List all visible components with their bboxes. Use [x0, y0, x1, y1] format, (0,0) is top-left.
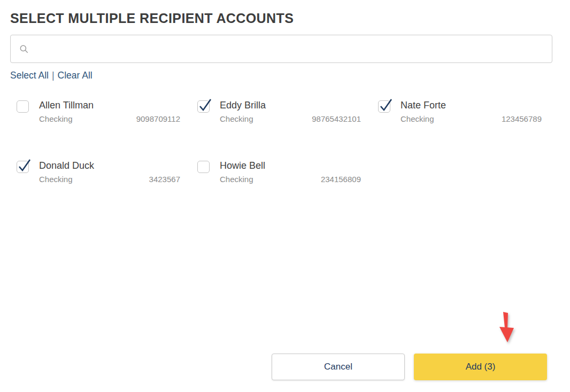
search-icon	[19, 44, 29, 54]
account-number: 9098709112	[136, 114, 180, 123]
account-checkbox[interactable]	[197, 100, 210, 113]
account-name: Howie Bell	[220, 160, 361, 171]
select-all-link[interactable]: Select All	[10, 70, 49, 81]
account-card: Nate Forte Checking 123456789	[372, 99, 552, 125]
account-card: Howie Bell Checking 234156809	[191, 160, 372, 185]
add-button[interactable]: Add (3)	[414, 354, 547, 380]
account-type: Checking	[220, 114, 253, 123]
account-type: Checking	[400, 114, 434, 123]
account-type: Checking	[220, 175, 253, 184]
account-type: Checking	[39, 175, 73, 184]
search-input[interactable]	[29, 35, 552, 62]
account-card: Allen Tillman Checking 9098709112	[10, 99, 191, 125]
clear-all-link[interactable]: Clear All	[58, 70, 93, 81]
accounts-grid: Allen Tillman Checking 9098709112 Eddy B…	[10, 99, 552, 220]
account-name: Donald Duck	[39, 160, 180, 171]
selection-links: Select All|Clear All	[10, 70, 93, 81]
cancel-button[interactable]: Cancel	[272, 354, 405, 380]
red-arrow-annotation	[494, 310, 520, 347]
account-name: Eddy Brilla	[220, 99, 361, 111]
account-card: Eddy Brilla Checking 98765432101	[191, 99, 372, 125]
account-number: 234156809	[321, 175, 361, 184]
account-number: 123456789	[502, 114, 542, 123]
account-checkbox[interactable]	[17, 100, 29, 113]
checkmark-icon	[18, 158, 31, 173]
account-checkbox[interactable]	[17, 161, 29, 173]
checkmark-icon	[379, 98, 392, 113]
search-box[interactable]	[10, 35, 552, 63]
account-number: 3423567	[149, 175, 180, 184]
account-type: Checking	[39, 114, 73, 123]
account-checkbox[interactable]	[378, 100, 390, 113]
account-card: Donald Duck Checking 3423567	[10, 160, 191, 185]
link-separator: |	[52, 70, 55, 81]
account-name: Allen Tillman	[39, 99, 180, 111]
checkmark-icon	[198, 98, 212, 113]
account-name: Nate Forte	[400, 99, 542, 111]
account-number: 98765432101	[312, 114, 361, 123]
account-checkbox[interactable]	[197, 161, 210, 173]
page-title: SELECT MULTIPLE RECIPIENT ACCOUNTS	[10, 11, 294, 26]
